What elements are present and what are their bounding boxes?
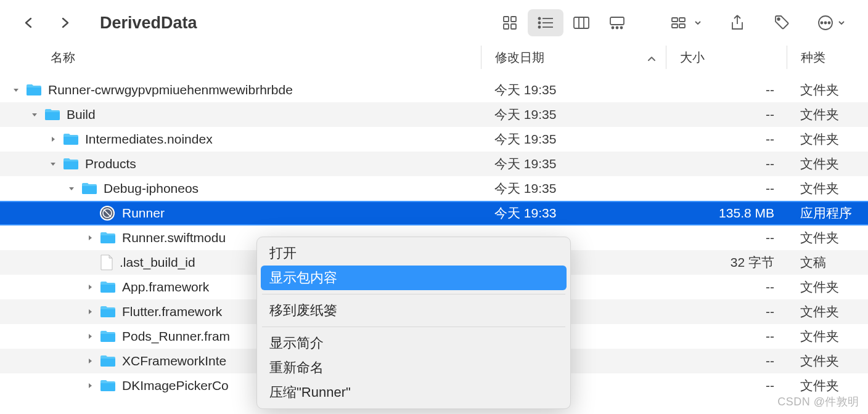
- svg-rect-10: [574, 17, 589, 28]
- column-view-button[interactable]: [563, 9, 599, 36]
- file-row[interactable]: Debug-iphoneos今天 19:35--文件夹: [0, 176, 868, 201]
- app-icon: [100, 206, 115, 221]
- share-button[interactable]: [723, 9, 752, 36]
- toolbar: DerivedData: [0, 0, 868, 46]
- disclosure-triangle-icon[interactable]: [48, 159, 58, 169]
- file-date: 今天 19:35: [481, 180, 666, 197]
- tag-button[interactable]: [767, 9, 796, 36]
- column-header: 名称 修改日期 大小 种类: [0, 46, 868, 69]
- file-kind: 文件夹: [787, 180, 868, 197]
- file-size: --: [666, 280, 787, 294]
- disclosure-triangle-icon[interactable]: [85, 233, 95, 243]
- menu-item[interactable]: 显示包内容: [261, 266, 567, 290]
- file-kind: 文件夹: [787, 229, 868, 246]
- file-name: Products: [85, 156, 136, 171]
- menu-item[interactable]: 打开: [261, 241, 567, 266]
- back-button[interactable]: [23, 17, 35, 28]
- svg-rect-2: [504, 24, 509, 29]
- disclosure-triangle-icon[interactable]: [11, 85, 21, 95]
- menu-item[interactable]: 显示简介: [261, 331, 567, 355]
- svg-point-21: [777, 18, 780, 20]
- folder-icon: [100, 280, 116, 294]
- view-mode-group: [492, 9, 635, 36]
- file-kind: 应用程序: [787, 205, 868, 222]
- file-row[interactable]: Runner-cwrwgypvpmiuehenmwewibrhrbde今天 19…: [0, 78, 868, 102]
- file-size: --: [666, 354, 787, 368]
- column-size-header[interactable]: 大小: [666, 46, 787, 69]
- svg-rect-19: [679, 18, 685, 22]
- folder-icon: [63, 157, 79, 171]
- column-kind-header[interactable]: 种类: [787, 46, 868, 69]
- svg-point-14: [612, 27, 614, 29]
- file-kind: 文件夹: [787, 303, 868, 320]
- disclosure-triangle-icon[interactable]: [85, 356, 95, 366]
- column-name-header[interactable]: 名称: [0, 49, 481, 66]
- file-size: --: [666, 329, 787, 344]
- disclosure-triangle-icon[interactable]: [67, 184, 76, 193]
- file-size: --: [666, 132, 787, 147]
- disclosure-triangle-icon[interactable]: [48, 134, 58, 144]
- list-view-button[interactable]: [528, 9, 563, 36]
- file-name: Intermediates.noindex: [85, 132, 213, 147]
- folder-icon: [100, 305, 116, 319]
- file-kind: 文件夹: [787, 106, 868, 123]
- file-kind: 文件夹: [787, 377, 868, 394]
- svg-point-6: [539, 22, 541, 24]
- column-date-header[interactable]: 修改日期: [481, 46, 666, 69]
- icon-view-button[interactable]: [492, 9, 528, 36]
- sort-indicator-icon: [647, 51, 656, 65]
- svg-rect-18: [672, 24, 678, 28]
- disclosure-triangle-icon[interactable]: [85, 307, 95, 317]
- file-kind: 文件夹: [787, 155, 868, 172]
- svg-point-24: [825, 22, 827, 24]
- file-date: 今天 19:35: [481, 106, 666, 123]
- menu-item[interactable]: 移到废纸篓: [261, 298, 567, 323]
- file-name: XCFrameworkInte: [122, 354, 226, 368]
- file-kind: 文件夹: [787, 352, 868, 370]
- file-size: --: [666, 107, 787, 122]
- action-menu-button[interactable]: [811, 9, 851, 36]
- file-row[interactable]: Runner今天 19:33135.8 MB应用程序: [0, 201, 868, 225]
- svg-rect-1: [511, 17, 516, 22]
- disclosure-triangle-icon[interactable]: [30, 110, 39, 120]
- disclosure-triangle-icon: [85, 208, 95, 218]
- file-name: Flutter.framework: [122, 304, 222, 319]
- file-size: 135.8 MB: [666, 206, 787, 221]
- file-kind: 文件夹: [787, 81, 868, 99]
- forward-button[interactable]: [59, 17, 70, 28]
- folder-icon: [44, 108, 60, 121]
- file-size: --: [666, 304, 787, 319]
- svg-point-25: [829, 22, 830, 24]
- file-name: Debug-iphoneos: [104, 181, 199, 196]
- folder-icon: [100, 231, 116, 245]
- svg-rect-0: [504, 17, 509, 22]
- folder-icon: [100, 354, 116, 368]
- file-date: 今天 19:33: [481, 205, 666, 222]
- file-date: 今天 19:35: [481, 131, 666, 148]
- gallery-view-button[interactable]: [599, 9, 635, 36]
- file-name: Runner: [122, 206, 165, 221]
- menu-item[interactable]: 压缩"Runner": [261, 380, 567, 405]
- group-by-button[interactable]: [665, 9, 708, 36]
- svg-point-4: [539, 18, 541, 20]
- file-size: 32 字节: [666, 254, 787, 271]
- window-title: DerivedData: [100, 14, 197, 33]
- document-icon: [100, 254, 113, 270]
- watermark: CSDN @件敦明: [777, 394, 859, 409]
- disclosure-triangle-icon: [85, 258, 95, 267]
- disclosure-triangle-icon[interactable]: [85, 331, 95, 341]
- disclosure-triangle-icon[interactable]: [85, 381, 95, 391]
- svg-point-8: [539, 26, 541, 28]
- folder-icon: [100, 379, 116, 392]
- file-kind: 文件夹: [787, 278, 868, 296]
- folder-icon: [63, 132, 79, 146]
- file-date: 今天 19:35: [481, 81, 666, 99]
- file-name: DKImagePickerCo: [122, 378, 229, 393]
- file-row[interactable]: Build今天 19:35--文件夹: [0, 102, 868, 127]
- disclosure-triangle-icon[interactable]: [85, 282, 95, 292]
- file-name: Runner.swiftmodu: [122, 230, 226, 245]
- svg-rect-20: [679, 24, 685, 28]
- file-row[interactable]: Intermediates.noindex今天 19:35--文件夹: [0, 127, 868, 152]
- file-row[interactable]: Products今天 19:35--文件夹: [0, 152, 868, 176]
- menu-item[interactable]: 重新命名: [261, 355, 567, 380]
